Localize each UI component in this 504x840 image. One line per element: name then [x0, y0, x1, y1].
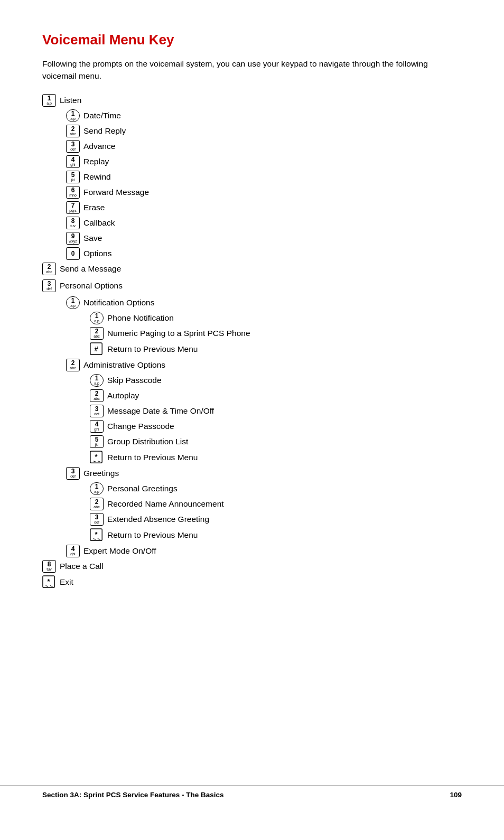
- list-item: 1 a,p Notification Options: [42, 296, 462, 309]
- list-item: 1 a,p Listen: [42, 94, 462, 107]
- menu-item-label: Date/Time: [83, 111, 121, 120]
- footer: Section 3A: Sprint PCS Service Features …: [0, 785, 504, 799]
- menu-item-label: Message Date & Time On/Off: [107, 407, 214, 415]
- menu-item-label: Return to Previous Menu: [107, 345, 198, 353]
- menu-item-label: Send Reply: [83, 127, 126, 135]
- menu-item-label: Personal Options: [60, 282, 123, 290]
- list-item: 1 a,p Skip Passcode: [42, 374, 462, 387]
- list-item: 1 a,p Personal Greetings: [42, 482, 462, 495]
- menu-item-label: Greetings: [83, 469, 119, 478]
- list-item: * Exit: [42, 575, 462, 589]
- menu-item-label: Notification Options: [83, 298, 154, 307]
- menu-item-label: Return to Previous Menu: [107, 531, 198, 539]
- star-icon: *: [90, 451, 104, 464]
- menu-item-label: Listen: [60, 96, 81, 105]
- menu-item-label: Skip Passcode: [107, 376, 162, 385]
- list-item: 4 ghi Replay: [42, 155, 462, 168]
- menu-item-label: Replay: [83, 157, 109, 166]
- intro-text: Following the prompts on the voicemail s…: [42, 58, 433, 82]
- list-item: 1 a,p Date/Time: [42, 109, 462, 122]
- star-icon: *: [90, 528, 104, 542]
- list-item: 2 abc Send a Message: [42, 263, 462, 275]
- svg-text:#: #: [94, 344, 98, 352]
- menu-item-label: Return to Previous Menu: [107, 453, 198, 462]
- list-item: 9 wxyz Save: [42, 232, 462, 245]
- list-item: 8 tuv Callback: [42, 217, 462, 229]
- menu-item-label: Numeric Paging to a Sprint PCS Phone: [107, 329, 250, 338]
- menu-item-label: Callback: [83, 219, 115, 227]
- list-item: 6 mno Forward Message: [42, 186, 462, 199]
- menu-item-label: Forward Message: [83, 188, 149, 197]
- list-item: * Return to Previous Menu: [42, 451, 462, 464]
- footer-page-number: 109: [450, 791, 462, 799]
- list-item: 5 jkl Group Distribution List: [42, 435, 462, 448]
- list-item: 2 abc Numeric Paging to a Sprint PCS Pho…: [42, 327, 462, 340]
- menu-item-label: Exit: [60, 578, 73, 586]
- menu-item-label: Change Passcode: [107, 422, 174, 431]
- list-item: 8 tuv Place a Call: [42, 560, 462, 573]
- star-icon: *: [42, 575, 56, 589]
- list-item: * Return to Previous Menu: [42, 528, 462, 542]
- list-item: 3 def Personal Options: [42, 279, 462, 292]
- list-item: 7 pqrs Erase: [42, 201, 462, 214]
- list-item: 1 a,p Phone Notification: [42, 312, 462, 324]
- menu-item-label: Autoplay: [107, 391, 139, 400]
- menu-item-label: Group Distribution List: [107, 437, 188, 446]
- list-item: 3 def Advance: [42, 140, 462, 153]
- list-item: 2 abc Send Reply: [42, 125, 462, 137]
- menu-item-label: Erase: [83, 203, 105, 212]
- menu-tree: 1 a,p Listen 1 a,p Date/Time 2 abc Send …: [42, 94, 462, 589]
- hash-icon: #: [90, 342, 104, 356]
- list-item: # Return to Previous Menu: [42, 342, 462, 356]
- list-item: 2 abc Autoplay: [42, 389, 462, 402]
- list-item: 0 Options: [42, 247, 462, 260]
- menu-item-label: Extended Absence Greeting: [107, 515, 209, 524]
- menu-item-label: Phone Notification: [107, 314, 174, 322]
- list-item: 5 jkl Rewind: [42, 171, 462, 183]
- menu-item-label: Send a Message: [60, 265, 121, 273]
- menu-item-label: Place a Call: [60, 562, 104, 571]
- menu-item-label: Recorded Name Announcement: [107, 500, 224, 508]
- menu-item-label: Options: [83, 249, 111, 258]
- menu-item-label: Advance: [83, 142, 115, 151]
- footer-section: Section 3A: Sprint PCS Service Features …: [42, 791, 224, 799]
- list-item: 4 ghi Expert Mode On/Off: [42, 545, 462, 557]
- list-item: 3 def Message Date & Time On/Off: [42, 405, 462, 417]
- list-item: 3 def Extended Absence Greeting: [42, 513, 462, 526]
- page: Voicemail Menu Key Following the prompts…: [0, 0, 504, 814]
- list-item: 4 ghi Change Passcode: [42, 420, 462, 433]
- list-item: 2 abc Administrative Options: [42, 359, 462, 371]
- list-item: 3 def Greetings: [42, 467, 462, 480]
- menu-item-label: Save: [83, 234, 102, 242]
- list-item: 2 abc Recorded Name Announcement: [42, 498, 462, 510]
- menu-item-label: Rewind: [83, 173, 111, 181]
- page-title: Voicemail Menu Key: [42, 32, 462, 48]
- menu-item-label: Administrative Options: [83, 361, 165, 369]
- menu-item-label: Personal Greetings: [107, 484, 178, 493]
- menu-item-label: Expert Mode On/Off: [83, 547, 156, 555]
